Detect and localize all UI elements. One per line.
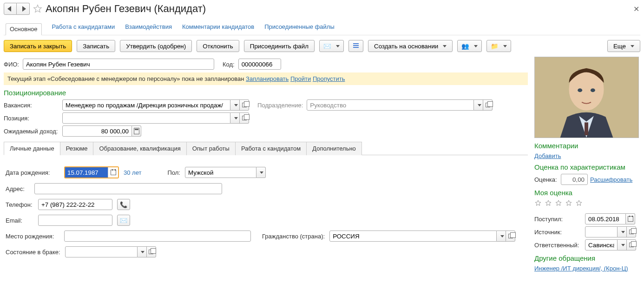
decode-link[interactable]: Расшифровать [590,176,632,183]
marital-open-icon[interactable] [147,246,156,257]
skip-link[interactable]: Пропустить [313,75,345,82]
save-close-button[interactable]: Записать и закрыть [4,40,72,52]
tab-experience[interactable]: Опыт работы [186,142,236,155]
svg-rect-7 [585,122,588,135]
phone-label: Телефон: [6,201,33,208]
star-icon[interactable] [575,199,583,207]
candidate-photo [534,57,639,138]
marital-label: Состояние в браке: [6,249,60,256]
birth-label: Дата рождения: [6,169,59,176]
birth-date-field[interactable] [64,166,119,178]
responsible-dropdown-icon[interactable] [618,239,627,250]
received-input[interactable] [585,213,626,224]
vacancy-label: Вакансия: [4,102,59,109]
responsible-input[interactable] [585,239,618,250]
citizenship-label: Гражданство (страна): [262,233,325,240]
gender-label: Пол: [167,169,180,176]
income-input[interactable] [62,125,132,137]
source-dropdown-icon[interactable] [618,226,627,237]
other-title: Другие обращения [534,254,640,262]
attach-file-button[interactable]: Присоединить файл [244,40,315,52]
gender-input[interactable] [185,167,256,178]
responsible-open-icon[interactable] [627,239,636,250]
mail-dropdown-button[interactable]: ✉️ [319,40,344,52]
code-input[interactable] [238,59,281,70]
reject-button[interactable]: Отклонить [197,40,239,52]
menu-tab-interact[interactable]: Взаимодействия [125,23,172,30]
svg-rect-1 [353,45,359,46]
star-icon[interactable] [555,199,562,207]
menu-tab-main[interactable]: Основное [6,23,42,35]
nav-back-button[interactable] [4,3,17,15]
nav-forward-button[interactable] [17,3,30,15]
responsible-label: Ответственный: [534,242,583,249]
list-icon [353,43,359,49]
list-button[interactable] [348,40,363,52]
department-open-icon[interactable] [483,99,493,111]
phone-icon: 📞 [120,201,127,208]
marital-dropdown-icon[interactable] [138,246,147,257]
mail-icon: ✉️ [323,43,331,50]
menu-tab-files[interactable]: Присоединенные файлы [264,23,335,30]
people-dropdown-button[interactable]: 👥 [457,40,482,52]
close-icon[interactable]: ✕ [633,5,639,13]
send-mail-button[interactable]: ✉️ [117,215,130,226]
folder-dropdown-button[interactable]: 📁 [486,40,511,52]
marital-input[interactable] [65,246,138,257]
plan-link[interactable]: Запланировать [246,75,289,82]
page-title: Акопян Рубен Гезевич (Кандидат) [46,3,206,15]
tab-extra[interactable]: Дополнительно [306,142,362,155]
phone-input[interactable] [38,199,112,210]
more-button[interactable]: Еще [607,40,640,52]
position-dropdown-icon[interactable] [230,112,240,124]
address-label: Адрес: [6,185,30,192]
citizenship-open-icon[interactable] [506,231,515,242]
call-button[interactable]: 📞 [117,199,130,210]
department-label: Подразделение: [257,102,303,109]
fio-input[interactable] [23,59,214,70]
email-input[interactable] [38,215,112,226]
pass-link[interactable]: Пройти [290,75,311,82]
positioning-title: Позиционирование [4,89,528,97]
star-icon[interactable] [565,199,572,207]
tab-resume[interactable]: Резюме [60,142,94,155]
menu-tab-work[interactable]: Работа с кандидатами [52,23,115,30]
star-icon[interactable] [545,199,552,207]
mail-icon: ✉️ [120,217,127,224]
svg-point-6 [591,88,595,92]
source-open-icon[interactable] [627,226,636,237]
income-calc-icon[interactable] [132,125,141,137]
tab-education[interactable]: Образование, квалификация [93,142,186,155]
menu-tab-comments[interactable]: Комментарии кандидатов [182,23,254,30]
create-basis-button[interactable]: Создать на основании [368,40,453,52]
position-open-icon[interactable] [240,112,249,124]
folder-icon: 📁 [491,43,499,50]
save-button[interactable]: Записать [77,40,115,52]
birth-date-input[interactable] [65,167,108,178]
birthplace-input[interactable] [64,231,251,242]
other-link[interactable]: Инженер /ИТ дирекция/, (Крон-Ц) [534,265,628,272]
vacancy-dropdown-icon[interactable] [230,99,240,111]
code-label: Код: [223,61,235,68]
approve-button[interactable]: Утвердить (одобрен) [120,40,192,52]
star-icon[interactable] [534,199,542,207]
source-input[interactable] [585,226,618,237]
address-input[interactable] [34,183,222,194]
tab-personal[interactable]: Личные данные [4,142,60,155]
gender-dropdown-icon[interactable] [256,167,266,178]
my-rating-title: Моя оценка [534,189,640,197]
received-calendar-icon[interactable] [626,213,635,224]
rating-stars[interactable] [534,199,640,207]
rating-title: Оценка по характеристикам [534,163,640,171]
source-label: Источник: [534,229,583,236]
vacancy-open-icon[interactable] [240,99,249,111]
department-dropdown-icon[interactable] [474,99,483,111]
add-comment-link[interactable]: Добавить [534,152,561,159]
tab-work-with[interactable]: Работа с кандидатом [235,142,307,155]
favorite-star-icon[interactable] [33,4,43,14]
citizenship-input[interactable] [329,231,497,242]
vacancy-input[interactable] [62,99,230,111]
calendar-icon[interactable] [108,167,118,178]
citizenship-dropdown-icon[interactable] [497,231,506,242]
position-input[interactable] [62,112,230,124]
